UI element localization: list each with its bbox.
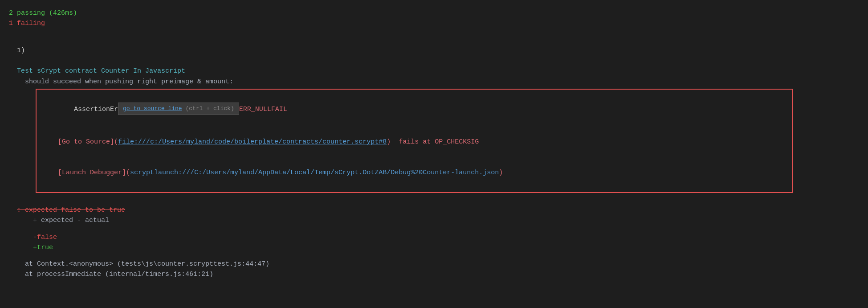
expected-false-line: : expected false to be true — [9, 195, 859, 216]
passing-line: 2 passing (426ms) — [9, 8, 859, 18]
go-to-source-url[interactable]: file:///c:/Users/myland/code/boilerplate… — [118, 138, 387, 146]
minus-false-line: -false — [9, 232, 859, 242]
at-process-line: at processImmediate (internal/timers.js:… — [9, 269, 859, 279]
tooltip-hint: (ctrl + click) — [182, 105, 234, 112]
failing-line: 1 failing — [9, 18, 859, 29]
test-title-text — [17, 57, 21, 65]
expected-actual-header: + expected - actual — [9, 215, 859, 226]
launch-debugger-prefix: [Launch Debugger]( — [58, 169, 130, 177]
at-context-line: at Context.<anonymous> (tests\js\counter… — [9, 259, 859, 269]
assertion-line: AssertionErgo to source line (ctrl + cli… — [42, 93, 786, 127]
test-subtitle-line: should succeed when pushing right preima… — [9, 77, 859, 87]
test-title-cyan: Test sCrypt contract Counter In Javascri… — [17, 67, 185, 75]
launch-debugger-url[interactable]: scryptlaunch:///C:/Users/myland/AppData/… — [130, 169, 499, 177]
plus-true-line: +true — [9, 242, 859, 253]
tooltip[interactable]: go to source line (ctrl + click) — [118, 103, 239, 115]
assertion-prefix: AssertionEr — [58, 106, 118, 113]
assertion-suffix: ERR_NULLFAIL — [239, 106, 287, 113]
go-to-source-suffix: ) fails at OP_CHECKSIG — [387, 138, 479, 146]
go-to-source-prefix: [Go to Source]( — [58, 138, 118, 146]
launch-debugger-suffix: ) — [499, 169, 503, 177]
test-title-line: 1) Test sCrypt contract Counter In Javas… — [9, 35, 859, 77]
launch-debugger-line: [Launch Debugger](scryptlaunch:///C:/Use… — [42, 157, 786, 189]
go-to-source-line: [Go to Source](file:///c:/Users/myland/c… — [42, 126, 786, 157]
test-number: 1) — [17, 47, 25, 54]
tooltip-link-text[interactable]: go to source line — [123, 105, 182, 112]
expected-false-text: : expected false to be true — [17, 206, 125, 214]
error-box: AssertionErgo to source line (ctrl + cli… — [36, 89, 793, 193]
